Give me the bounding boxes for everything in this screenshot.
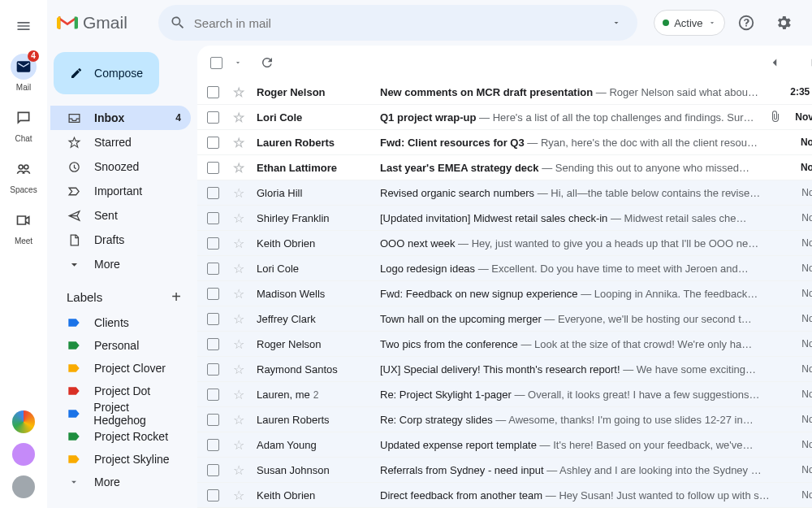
row-checkbox[interactable] xyxy=(207,338,219,350)
message-row[interactable]: ☆ Roger Nelson Two pics from the confere… xyxy=(197,332,812,357)
nav-inbox[interactable]: Inbox4 xyxy=(50,106,191,130)
message-row[interactable]: ☆ Shirley Franklin [Updated invitation] … xyxy=(197,206,812,231)
row-checkbox[interactable] xyxy=(207,162,219,174)
nav-sent[interactable]: Sent xyxy=(50,203,191,228)
message-row[interactable]: ☆ Adam Young Updated expense report temp… xyxy=(197,432,812,458)
label-project-dot[interactable]: Project Dot xyxy=(50,380,191,402)
label-clients[interactable]: Clients xyxy=(50,311,191,334)
message-row[interactable]: ☆ Keith Obrien Direct feedback from anot… xyxy=(197,483,812,508)
menu-icon xyxy=(15,18,32,34)
row-checkbox[interactable] xyxy=(207,389,219,401)
prev-page-button[interactable] xyxy=(761,49,788,76)
star-button[interactable]: ☆ xyxy=(229,387,248,402)
rail-item-spaces[interactable]: Spaces xyxy=(0,148,47,199)
date: Nov 7 xyxy=(787,237,812,249)
star-button[interactable]: ☆ xyxy=(229,211,248,226)
message-row[interactable]: ☆ Raymond Santos [UX] Special delivery! … xyxy=(197,357,812,382)
row-checkbox[interactable] xyxy=(207,212,219,224)
row-checkbox[interactable] xyxy=(207,363,219,376)
compose-button[interactable]: Compose xyxy=(54,52,159,94)
nav-drafts[interactable]: Drafts xyxy=(50,228,191,252)
add-label-button[interactable]: + xyxy=(171,288,181,306)
message-summary: Logo redesign ideas — Excellent. Do you … xyxy=(380,263,772,275)
send-icon xyxy=(67,209,81,223)
star-button[interactable]: ☆ xyxy=(229,110,248,125)
refresh-button[interactable] xyxy=(253,49,281,76)
row-checkbox[interactable] xyxy=(207,313,219,325)
message-row[interactable]: ☆ Jeffrey Clark Town hall on the upcomin… xyxy=(197,306,812,332)
star-button[interactable]: ☆ xyxy=(229,236,248,251)
row-checkbox[interactable] xyxy=(207,263,219,275)
rail-item-meet[interactable]: Meet xyxy=(0,199,47,250)
message-row[interactable]: ☆ Lori Cole Logo redesign ideas — Excell… xyxy=(197,256,812,281)
row-checkbox[interactable] xyxy=(207,489,219,501)
message-row[interactable]: ☆ Ethan Lattimore Last year's EMEA strat… xyxy=(197,155,812,180)
star-button[interactable]: ☆ xyxy=(229,286,248,302)
star-button[interactable]: ☆ xyxy=(229,362,248,377)
nav-important[interactable]: Important xyxy=(50,179,191,203)
select-menu-button[interactable] xyxy=(234,54,242,71)
gmail-logo[interactable]: Gmail xyxy=(57,13,127,33)
star-button[interactable]: ☆ xyxy=(229,412,248,428)
nav-more[interactable]: More xyxy=(50,252,191,276)
star-button[interactable]: ☆ xyxy=(229,437,248,453)
row-checkbox[interactable] xyxy=(207,187,219,199)
message-row[interactable]: ☆ Gloria Hill Revised organic search num… xyxy=(197,180,812,206)
label-project-skyline[interactable]: Project Skyline xyxy=(50,448,191,471)
meet-icon xyxy=(11,207,37,233)
status-chip[interactable]: Active xyxy=(654,10,724,36)
main-menu-button[interactable] xyxy=(4,7,43,46)
row-checkbox[interactable] xyxy=(207,288,219,300)
date: Nov 7 xyxy=(787,187,812,198)
apps-button[interactable] xyxy=(805,7,812,39)
message-row[interactable]: ☆ Lori Cole Q1 project wrap-up — Here's … xyxy=(197,105,812,130)
star-button[interactable]: ☆ xyxy=(229,135,248,150)
star-button[interactable]: ☆ xyxy=(229,85,248,100)
message-row[interactable]: ☆ Roger Nelson New comments on MCR draft… xyxy=(197,80,812,105)
select-all-checkbox[interactable] xyxy=(210,57,222,69)
search-input[interactable] xyxy=(194,16,590,30)
star-button[interactable]: ☆ xyxy=(229,311,248,327)
label-project-rocket[interactable]: Project Rocket xyxy=(50,425,191,448)
search-options-button[interactable] xyxy=(598,5,634,41)
row-checkbox[interactable] xyxy=(207,414,219,426)
sender: Lori Cole xyxy=(257,263,377,275)
row-checkbox[interactable] xyxy=(207,86,219,98)
star-icon xyxy=(67,136,81,150)
message-row[interactable]: ☆ Keith Obrien OOO next week — Hey, just… xyxy=(197,231,812,256)
message-row[interactable]: ☆ Lauren Roberts Re: Corp strategy slide… xyxy=(197,407,812,432)
message-row[interactable]: ☆ Madison Wells Fwd: Feedback on new sig… xyxy=(197,281,812,306)
star-button[interactable]: ☆ xyxy=(229,185,248,201)
star-button[interactable]: ☆ xyxy=(229,462,248,478)
star-button[interactable]: ☆ xyxy=(229,160,248,176)
row-checkbox[interactable] xyxy=(207,464,219,476)
label-project-clover[interactable]: Project Clover xyxy=(50,357,191,380)
row-checkbox[interactable] xyxy=(207,237,219,250)
search-bar[interactable] xyxy=(158,5,637,41)
star-button[interactable]: ☆ xyxy=(229,488,248,503)
label-icon xyxy=(67,408,80,419)
row-checkbox[interactable] xyxy=(207,137,219,149)
rail-avatar-1[interactable] xyxy=(12,443,35,466)
settings-button[interactable] xyxy=(767,7,800,39)
label-project-hedgehog[interactable]: Project Hedgehog xyxy=(50,402,191,425)
rail-avatar-2[interactable] xyxy=(12,475,35,498)
label-personal[interactable]: Personal xyxy=(50,334,191,357)
message-row[interactable]: ☆ Lauren Roberts Fwd: Client resources f… xyxy=(197,130,812,155)
help-button[interactable] xyxy=(730,7,762,39)
message-row[interactable]: ☆ Lauren, me2 Re: Project Skylight 1-pag… xyxy=(197,382,812,407)
next-page-button[interactable] xyxy=(800,49,812,76)
nav-starred[interactable]: Starred xyxy=(50,130,191,154)
message-row[interactable]: ☆ Susan Johnson Referrals from Sydney - … xyxy=(197,458,812,483)
star-button[interactable]: ☆ xyxy=(229,336,248,352)
star-button[interactable]: ☆ xyxy=(229,261,248,276)
labels-more[interactable]: More xyxy=(50,471,191,493)
sender: Adam Young xyxy=(257,439,377,451)
nav-snoozed[interactable]: Snoozed xyxy=(50,154,191,179)
rail-item-mail[interactable]: Mail4 xyxy=(0,46,47,97)
row-checkbox[interactable] xyxy=(207,111,219,124)
message-list-panel: ☆ Roger Nelson New comments on MCR draft… xyxy=(197,46,812,508)
compose-label: Compose xyxy=(94,67,143,80)
row-checkbox[interactable] xyxy=(207,439,219,451)
rail-item-chat[interactable]: Chat xyxy=(0,97,47,148)
